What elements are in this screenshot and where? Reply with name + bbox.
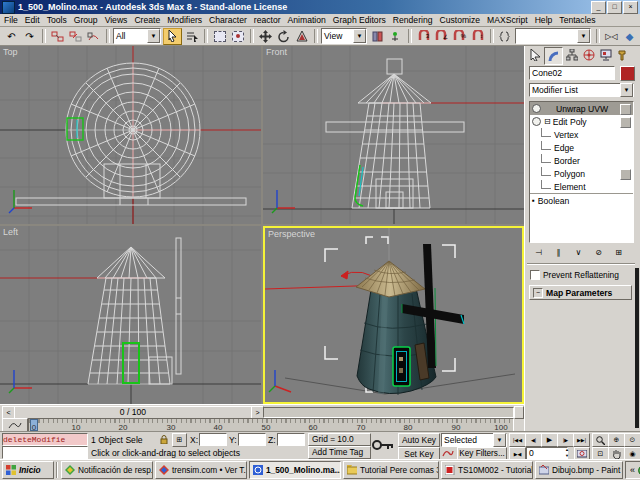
crossing-selection-button[interactable]: [229, 29, 246, 44]
zoom-tool-button[interactable]: [592, 433, 609, 447]
tab-create[interactable]: [527, 47, 544, 63]
taskbar-item-folder[interactable]: Tutorial Pere comas 3d: [343, 461, 439, 479]
viewport-left-label[interactable]: Left: [3, 227, 18, 237]
menu-reactor[interactable]: reactor: [254, 15, 281, 25]
show-end-result-button[interactable]: ∥: [549, 246, 568, 259]
menu-views[interactable]: Views: [105, 15, 128, 25]
map-parameters-rollout-header[interactable]: − Map Parameters: [529, 285, 632, 300]
menu-file[interactable]: File: [4, 15, 18, 25]
menu-tentacles[interactable]: Tentacles: [559, 15, 595, 25]
panel-scrollbar[interactable]: [635, 268, 639, 428]
object-name-field[interactable]: Cone02: [529, 66, 615, 80]
taskbar-item-trensim[interactable]: trensim.com • Ver T...: [155, 461, 247, 479]
start-button[interactable]: Inicio: [2, 461, 54, 479]
redo-button[interactable]: ↷: [21, 29, 38, 44]
viewport-left[interactable]: Left: [0, 226, 261, 404]
stack-item-edit-poly[interactable]: ⊟ Edit Poly: [530, 115, 633, 128]
tab-display[interactable]: [597, 47, 614, 63]
modifier-list-dropdown[interactable]: Modifier List ▼: [529, 83, 634, 97]
zoom-extents-button[interactable]: ⊙: [624, 433, 640, 447]
align-button[interactable]: ◆: [621, 29, 638, 44]
taskbar-item-paint[interactable]: Dibujo.bmp - Paint: [535, 461, 623, 479]
key-mode-dropdown[interactable]: Selected ▼: [441, 433, 507, 447]
viewport-perspective[interactable]: Perspective: [263, 226, 524, 404]
rollout-collapse-icon[interactable]: −: [533, 288, 543, 298]
percent-snap-button[interactable]: %: [451, 29, 468, 44]
menu-animation[interactable]: Animation: [288, 15, 326, 25]
menu-modifiers[interactable]: Modifiers: [167, 15, 202, 25]
stack-item-unwrap-uvw[interactable]: Unwrap UVW: [530, 102, 633, 115]
reference-coordinate-dropdown[interactable]: View ▼: [321, 28, 367, 44]
stack-subitem-border[interactable]: Border: [530, 154, 633, 167]
menu-edit[interactable]: Edit: [25, 15, 40, 25]
menu-character[interactable]: Character: [209, 15, 247, 25]
go-to-end-button[interactable]: ▶▶|: [573, 433, 590, 447]
auto-key-button[interactable]: Auto Key: [398, 433, 440, 447]
select-by-name-button[interactable]: [183, 29, 200, 44]
next-frame-playback-button[interactable]: |▶: [557, 433, 574, 447]
tab-hierarchy[interactable]: [563, 47, 580, 63]
expand-icon[interactable]: ⊟: [544, 117, 551, 126]
tab-motion[interactable]: [580, 47, 597, 63]
rectangular-selection-region-button[interactable]: [211, 29, 228, 44]
menu-maxscript[interactable]: MAXScript: [487, 15, 528, 25]
viewport-top-label[interactable]: Top: [3, 47, 18, 57]
stack-subitem-polygon[interactable]: Polygon: [530, 167, 633, 180]
select-object-button[interactable]: [163, 28, 182, 45]
spinner-snap-button[interactable]: ↕: [469, 29, 486, 44]
menu-customize[interactable]: Customize: [439, 15, 480, 25]
previous-frame-playback-button[interactable]: ◀|: [525, 433, 542, 447]
minimize-button[interactable]: _: [591, 1, 606, 14]
menu-rendering[interactable]: Rendering: [393, 15, 433, 25]
tray-chevron-icon[interactable]: «: [630, 465, 635, 475]
modifier-toggle-box[interactable]: [620, 104, 631, 115]
viewport-top[interactable]: Top: [0, 46, 261, 224]
go-to-start-button[interactable]: |◀◀: [509, 433, 526, 447]
select-and-move-button[interactable]: [257, 29, 274, 44]
frame-spinner[interactable]: ▲ ▼: [565, 447, 572, 459]
grid-size-display[interactable]: Grid = 10.0: [308, 433, 371, 446]
stack-subitem-element[interactable]: Element: [530, 180, 633, 193]
stack-item-boolean[interactable]: ▪ Boolean: [530, 194, 633, 207]
menu-tools[interactable]: Tools: [47, 15, 67, 25]
remove-modifier-button[interactable]: ⊘: [589, 246, 608, 259]
taskbar-item-notification[interactable]: Notificación de resp...: [61, 461, 153, 479]
modifier-toggle-box[interactable]: [620, 117, 631, 128]
taskbar-item-pdf[interactable]: TS10M002 - Tutorial ...: [441, 461, 533, 479]
prevent-reflattening-checkbox[interactable]: [530, 270, 540, 280]
time-slider-track[interactable]: [263, 407, 514, 418]
maxscript-listener-white[interactable]: [2, 446, 88, 459]
snaps-toggle-button[interactable]: 3: [415, 29, 432, 44]
restore-button[interactable]: □: [607, 1, 622, 14]
modifier-toggle-box[interactable]: [620, 169, 631, 180]
menu-help[interactable]: Help: [535, 15, 553, 25]
viewport-front[interactable]: Front: [263, 46, 524, 224]
stack-subitem-edge[interactable]: Edge: [530, 141, 633, 154]
select-and-scale-button[interactable]: [293, 29, 310, 44]
named-selection-dropdown[interactable]: ▼: [515, 28, 591, 44]
named-selection-sets-button[interactable]: [497, 29, 514, 44]
z-coordinate-field[interactable]: [277, 433, 305, 446]
track-bar-ruler[interactable]: 0 10 20 30 40 50 60 70 80 90 100: [28, 418, 514, 432]
stack-subitem-vertex[interactable]: Vertex: [530, 128, 633, 141]
menu-graph-editors[interactable]: Graph Editors: [333, 15, 386, 25]
title-bar[interactable]: 1_500_Molino.max - Autodesk 3ds Max 8 - …: [0, 0, 640, 14]
y-coordinate-field[interactable]: [238, 433, 266, 446]
pin-stack-button[interactable]: ⊣: [529, 246, 548, 259]
zoom-all-button[interactable]: ⊕: [608, 433, 625, 447]
tab-utilities[interactable]: [614, 47, 631, 63]
taskbar-item-3dsmax-active[interactable]: 1_500_Molino.ma...: [249, 461, 341, 479]
absolute-offset-toggle[interactable]: ⊞: [172, 433, 187, 447]
open-mini-curve-editor-button[interactable]: [2, 418, 28, 432]
menu-create[interactable]: Create: [134, 15, 160, 25]
add-time-tag-button[interactable]: Add Time Tag: [308, 446, 371, 459]
select-and-manipulate-button[interactable]: [387, 29, 404, 44]
tab-modify[interactable]: [544, 47, 563, 65]
menu-group[interactable]: Group: [74, 15, 98, 25]
make-unique-button[interactable]: ∨: [569, 246, 588, 259]
close-button[interactable]: ×: [623, 1, 638, 14]
x-coordinate-field[interactable]: [199, 433, 227, 446]
configure-modifier-sets-button[interactable]: ⊞: [609, 246, 628, 259]
angle-snap-button[interactable]: ∠: [433, 29, 450, 44]
object-color-swatch[interactable]: [620, 66, 635, 81]
